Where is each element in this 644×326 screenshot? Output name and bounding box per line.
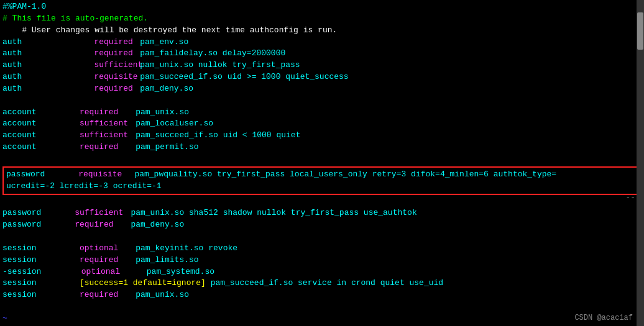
password-sufficient-1: sufficient xyxy=(55,207,116,219)
account-pam-permit: pam_permit.so xyxy=(116,142,199,153)
session-keyword-2: session xyxy=(2,255,55,266)
auth-required-3: required xyxy=(55,83,121,95)
password-pam-deny: pam_deny.so xyxy=(116,219,184,231)
blank-line-5 xyxy=(0,301,644,313)
blank-line-1 xyxy=(0,95,644,107)
account-pam-localuser: pam_localuser.so xyxy=(116,118,213,130)
line-auth-pam-faildelay: auth required pam_faildelay.so delay=200… xyxy=(0,48,644,60)
account-pam-succeed: pam_succeed_if.so uid < 1000 quiet xyxy=(116,130,300,142)
session-required-1: required xyxy=(55,255,116,266)
auth-required-2: required xyxy=(55,48,121,60)
auth-sufficient-1: sufficient xyxy=(55,60,121,71)
line-session-succeed: session [success=1 default=ignore] pam_s… xyxy=(0,278,644,289)
password-keyword-3: password xyxy=(2,219,55,231)
line-account-pam-unix: account required pam_unix.so xyxy=(0,107,644,119)
session-optional-1: optional xyxy=(55,243,116,255)
pam-version-text: #%PAM-1.0 xyxy=(2,1,46,13)
session-limits: pam_limits.so xyxy=(116,255,199,266)
password-pam-unix: pam_unix.so sha512 shadow nullok try_fir… xyxy=(116,207,417,219)
auth-pam-unix: pam_unix.so nullok try_first_pass xyxy=(121,60,300,71)
account-keyword-2: account xyxy=(2,118,55,130)
auth-keyword-4: auth xyxy=(2,71,55,83)
scrollbar-thumb[interactable] xyxy=(637,12,643,50)
line-auth-pam-succeed: auth requisite pam_succeed_if.so uid >= … xyxy=(0,71,644,83)
session-dash-keyword: -session xyxy=(2,266,52,278)
password-keyword-2: password xyxy=(2,207,55,219)
line-account-pam-succeed: account sufficient pam_succeed_if.so uid… xyxy=(0,130,644,142)
blank-line-3 xyxy=(0,196,644,208)
line-auth-pam-unix: auth sufficient pam_unix.so nullok try_f… xyxy=(0,60,644,71)
blank-line-2 xyxy=(0,153,644,165)
scrollbar[interactable] xyxy=(637,0,644,326)
line-auth-pam-env: auth required pam_env.so xyxy=(0,37,644,48)
comment-userchanges-text: # User changes will be destroyed the nex… xyxy=(2,25,337,37)
line-password-pwquality: password requisite pam_pwquality.so try_… xyxy=(4,169,640,181)
session-bracket-condition: [success=1 default=ignore] xyxy=(55,278,206,289)
watermark-text: CSDN @acaciaf xyxy=(574,314,633,322)
line-pam-version: #%PAM-1.0 xyxy=(0,1,644,13)
session-pam-unix: pam_unix.so xyxy=(116,289,189,301)
auth-requisite-1: requisite xyxy=(55,71,121,83)
session-keyinit: pam_keyinit.so revoke xyxy=(116,243,237,255)
line-password-deny: password required pam_deny.so xyxy=(0,219,644,231)
tilde-line-1: ~ xyxy=(0,313,644,325)
auth-pam-faildelay: pam_faildelay.so delay=2000000 xyxy=(121,48,285,60)
auth-keyword: auth xyxy=(2,37,55,48)
session-keyword-4: session xyxy=(2,289,55,301)
account-keyword-3: account xyxy=(2,130,55,142)
comment-autogenerated-text: # This file is auto-generated. xyxy=(2,13,148,25)
auth-required-1: required xyxy=(55,37,121,48)
session-required-2: required xyxy=(55,289,116,301)
account-required-1: required xyxy=(55,107,116,119)
line-auth-pam-deny: auth required pam_deny.so xyxy=(0,83,644,95)
auth-pam-succeed: pam_succeed_if.so uid >= 1000 quiet_succ… xyxy=(121,71,349,83)
account-required-2: required xyxy=(55,142,116,153)
password-requisite-1: requisite xyxy=(59,169,120,181)
session-keyword-1: session xyxy=(2,243,55,255)
line-session-limits: session required pam_limits.so xyxy=(0,255,644,266)
auth-pam-env: pam_env.so xyxy=(121,37,188,48)
account-pam-unix: pam_unix.so xyxy=(116,107,189,119)
auth-keyword-2: auth xyxy=(2,48,55,60)
account-sufficient-2: sufficient xyxy=(55,130,116,142)
password-keyword-1: password xyxy=(6,169,59,181)
line-password-pwquality-cont: ucredit=-2 lcredit=-3 ocredit=-1 xyxy=(4,181,640,192)
dash-indicator: -- xyxy=(625,192,635,202)
account-keyword-4: account xyxy=(2,142,55,153)
session-keyword-3: session xyxy=(2,278,55,289)
line-session-systemd: -session optional pam_systemd.so xyxy=(0,266,644,278)
password-required-1: required xyxy=(55,219,116,231)
auth-pam-deny: pam_deny.so xyxy=(121,83,193,95)
tilde-char-1: ~ xyxy=(2,313,7,325)
line-comment-userchanges: # User changes will be destroyed the nex… xyxy=(0,25,644,37)
session-succeed-if: pam_succeed_if.so service in crond quiet… xyxy=(206,278,443,289)
terminal-window: #%PAM-1.0 # This file is auto-generated.… xyxy=(0,0,644,326)
account-sufficient-1: sufficient xyxy=(55,118,116,130)
session-optional-2: optional xyxy=(52,266,117,278)
auth-keyword-5: auth xyxy=(2,83,55,95)
line-account-pam-permit: account required pam_permit.so xyxy=(0,142,644,153)
line-account-pam-localuser: account sufficient pam_localuser.so xyxy=(0,118,644,130)
line-session-unix: session required pam_unix.so xyxy=(0,289,644,301)
password-pwquality: pam_pwquality.so try_first_pass local_us… xyxy=(120,169,556,181)
blank-line-4 xyxy=(0,231,644,243)
line-password-unix: password sufficient pam_unix.so sha512 s… xyxy=(0,207,644,219)
session-systemd: pam_systemd.so xyxy=(117,266,214,278)
line-comment-autogenerated: # This file is auto-generated. xyxy=(0,13,644,25)
password-pwquality-cont: ucredit=-2 lcredit=-3 ocredit=-1 xyxy=(6,181,162,192)
line-session-keyinit: session optional pam_keyinit.so revoke xyxy=(0,243,644,255)
account-keyword-1: account xyxy=(2,107,55,119)
password-requisite-box: password requisite pam_pwquality.so try_… xyxy=(2,166,642,195)
auth-keyword-3: auth xyxy=(2,60,55,71)
